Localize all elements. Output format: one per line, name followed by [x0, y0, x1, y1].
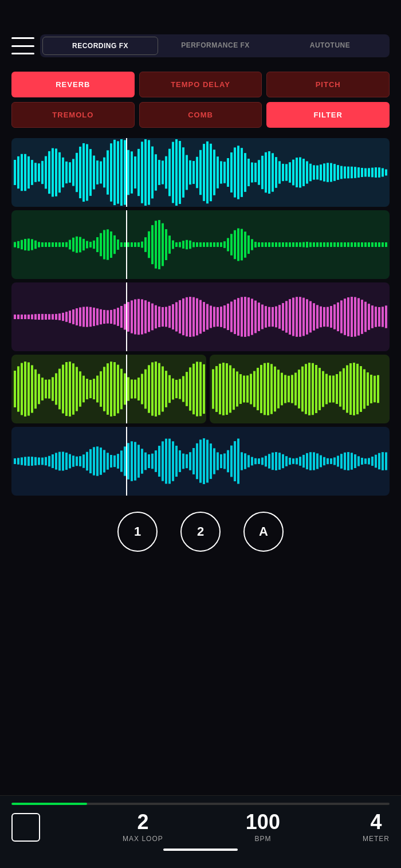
track-2[interactable] — [11, 210, 390, 279]
bottom-controls: 2 MAX LOOP 100 BPM 4 METER — [11, 812, 390, 843]
fx-buttons-grid: REVERB TEMPO DELAY PITCH TREMOLO COMB FI… — [0, 66, 401, 133]
tracks-container — [0, 133, 401, 500]
fx-filter-button[interactable]: FILTER — [266, 102, 390, 128]
waveform-4-left — [11, 355, 206, 423]
playhead-4 — [126, 355, 127, 423]
fx-tremolo-button[interactable]: TREMOLO — [11, 102, 135, 128]
meter-stat: 4 METER — [363, 812, 390, 843]
waveform-1 — [11, 138, 390, 207]
playhead-2 — [126, 210, 127, 279]
slot-a-button[interactable]: A — [243, 512, 284, 552]
progress-bar-fill — [11, 803, 87, 805]
fx-comb-button[interactable]: COMB — [139, 102, 262, 128]
max-loop-value: 2 — [123, 812, 163, 832]
bpm-stat: 100 BPM — [246, 812, 280, 843]
meter-value: 4 — [363, 812, 390, 832]
track-4 — [11, 355, 390, 423]
waveform-3 — [11, 282, 390, 351]
track-3[interactable] — [11, 282, 390, 351]
fx-reverb-button[interactable]: REVERB — [11, 72, 135, 97]
slot-buttons: 1 2 A — [0, 500, 401, 557]
header: RECORDING FX PERFORMANCE FX AUTOTUNE — [0, 0, 401, 66]
home-indicator — [163, 849, 238, 851]
playhead-3 — [126, 282, 127, 351]
bpm-label: BPM — [246, 835, 280, 843]
track-5[interactable] — [11, 427, 390, 496]
playhead-1 — [126, 138, 127, 207]
meter-label: METER — [363, 835, 390, 843]
slot-2-button[interactable]: 2 — [180, 512, 221, 552]
fx-tempo-delay-button[interactable]: TEMPO DELAY — [139, 72, 262, 97]
playhead-5 — [126, 427, 127, 496]
fx-pitch-button[interactable]: PITCH — [266, 72, 390, 97]
track-4-left[interactable] — [11, 355, 206, 423]
bottom-bar: 2 MAX LOOP 100 BPM 4 METER — [0, 795, 401, 868]
waveform-5 — [11, 427, 390, 496]
waveform-2 — [11, 210, 390, 279]
menu-icon[interactable] — [11, 37, 34, 54]
track-1[interactable] — [11, 138, 390, 207]
bpm-value: 100 — [246, 812, 280, 832]
waveform-4-right — [210, 355, 382, 423]
track-4-right[interactable] — [210, 355, 390, 423]
tab-autotune[interactable]: AUTOTUNE — [273, 37, 387, 55]
record-button[interactable] — [11, 813, 40, 842]
tab-recording-fx[interactable]: RECORDING FX — [42, 37, 158, 55]
slot-1-button[interactable]: 1 — [117, 512, 158, 552]
nav-tabs: RECORDING FX PERFORMANCE FX AUTOTUNE — [40, 34, 390, 57]
max-loop-stat: 2 MAX LOOP — [123, 812, 163, 843]
tab-performance-fx[interactable]: PERFORMANCE FX — [158, 37, 273, 55]
max-loop-label: MAX LOOP — [123, 835, 163, 843]
progress-bar-container — [11, 803, 390, 805]
progress-bar-track — [11, 803, 390, 805]
